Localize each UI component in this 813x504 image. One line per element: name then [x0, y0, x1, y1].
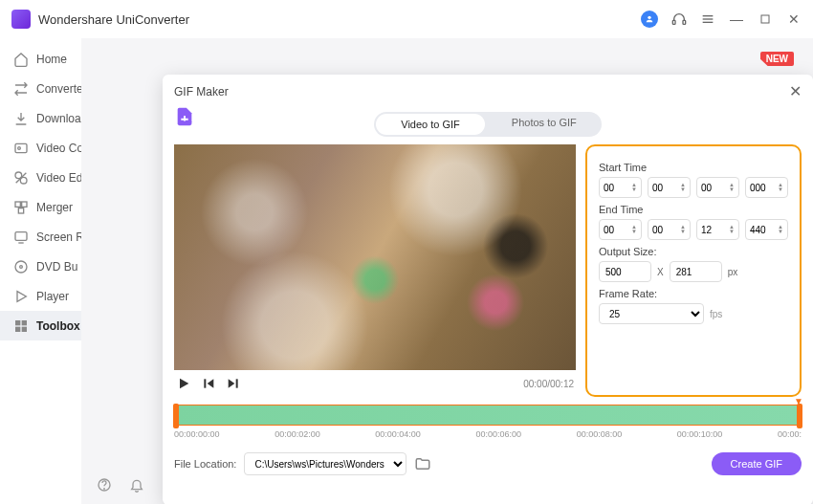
svg-rect-23: [22, 326, 27, 331]
tab-photos-to-gif[interactable]: Photos to GIF: [487, 112, 602, 137]
next-button[interactable]: [226, 376, 241, 391]
end-m[interactable]: ▲▼: [648, 219, 691, 240]
x-separator: X: [657, 267, 664, 277]
svg-marker-27: [180, 379, 188, 389]
svg-rect-13: [22, 202, 27, 207]
sidebar-item-dvd[interactable]: DVD Bu: [0, 252, 81, 281]
play-button[interactable]: [176, 376, 191, 391]
output-height[interactable]: [670, 261, 722, 282]
file-location-select[interactable]: C:\Users\ws\Pictures\Wonders: [244, 452, 406, 475]
create-gif-button[interactable]: Create GIF: [712, 452, 802, 475]
sidebar-label: Video Co: [36, 142, 81, 155]
svg-marker-29: [208, 379, 214, 387]
timeline-marker[interactable]: ▼: [794, 396, 803, 406]
timeline-ticks: 00:00:00:00 00:00:02:00 00:00:04:00 00:0…: [174, 426, 802, 439]
app-logo: [11, 10, 31, 29]
maximize-icon[interactable]: [758, 11, 773, 27]
minimize-icon[interactable]: ―: [729, 11, 744, 27]
svg-marker-30: [229, 379, 235, 387]
svg-rect-31: [236, 379, 238, 387]
svg-rect-6: [761, 15, 769, 23]
svg-point-0: [648, 16, 650, 19]
bell-icon[interactable]: [129, 477, 144, 493]
sidebar-item-home[interactable]: Home: [0, 44, 81, 74]
sidebar: Home Converte Downloa Video Co Video Ed …: [0, 38, 81, 504]
sidebar-item-toolbox[interactable]: Toolbox: [0, 311, 81, 340]
svg-rect-12: [15, 202, 20, 207]
end-h[interactable]: ▲▼: [599, 219, 642, 240]
close-icon[interactable]: ✕: [786, 11, 802, 27]
start-time-label: Start Time: [599, 162, 788, 173]
menu-icon[interactable]: [700, 11, 715, 27]
svg-point-18: [20, 265, 23, 268]
start-ms[interactable]: ▲▼: [745, 177, 788, 198]
tick: 00:00:: [778, 429, 802, 439]
frame-rate-label: Frame Rate:: [599, 288, 788, 299]
sidebar-label: Downloa: [36, 112, 81, 125]
tick: 00:00:08:00: [577, 429, 623, 439]
svg-marker-19: [17, 291, 26, 301]
svg-rect-15: [15, 231, 27, 240]
sidebar-item-compressor[interactable]: Video Co: [0, 133, 81, 163]
tick: 00:00:10:00: [677, 429, 723, 439]
start-h[interactable]: ▲▼: [599, 177, 642, 198]
sidebar-item-screen[interactable]: Screen R: [0, 222, 81, 252]
video-preview[interactable]: [174, 144, 576, 370]
svg-point-17: [15, 261, 27, 273]
start-s[interactable]: ▲▼: [696, 177, 739, 198]
svg-rect-2: [683, 20, 686, 24]
timeline[interactable]: ▼: [174, 405, 802, 426]
sidebar-item-converter[interactable]: Converte: [0, 74, 81, 103]
svg-rect-1: [672, 20, 675, 24]
modal-title: GIF Maker: [174, 85, 229, 99]
fps-label: fps: [710, 309, 722, 319]
add-file-icon[interactable]: +: [174, 106, 195, 127]
px-label: px: [728, 267, 738, 277]
start-m[interactable]: ▲▼: [648, 177, 691, 198]
sidebar-label: Screen R: [36, 230, 81, 244]
svg-rect-14: [18, 208, 23, 212]
sidebar-label: Player: [36, 290, 69, 303]
timeline-start-handle[interactable]: [173, 404, 179, 428]
tick: 00:00:04:00: [375, 429, 421, 439]
sidebar-label: Merger: [36, 201, 73, 214]
svg-rect-20: [15, 320, 20, 325]
user-avatar[interactable]: [641, 11, 658, 28]
folder-icon[interactable]: [414, 455, 431, 472]
file-location-label: File Location:: [174, 458, 236, 470]
output-size-label: Output Size:: [599, 246, 788, 257]
tab-switcher: Video to GIF Photos to GIF: [374, 112, 601, 137]
end-s[interactable]: ▲▼: [696, 219, 739, 240]
svg-rect-22: [15, 326, 20, 331]
svg-text:+: +: [187, 118, 192, 127]
sidebar-item-merger[interactable]: Merger: [0, 192, 81, 222]
tick: 00:00:02:00: [275, 429, 320, 439]
headset-icon[interactable]: [671, 11, 687, 27]
tick: 00:00:00:00: [174, 429, 220, 439]
sidebar-label: DVD Bu: [36, 260, 77, 274]
sidebar-item-player[interactable]: Player: [0, 281, 81, 311]
sidebar-label: Video Ed: [36, 171, 81, 185]
sidebar-label: Converte: [36, 82, 81, 96]
frame-rate-select[interactable]: 25: [599, 303, 704, 324]
svg-rect-28: [204, 379, 206, 387]
output-width[interactable]: [599, 261, 651, 282]
time-display: 00:00/00:12: [523, 379, 574, 389]
timeline-end-handle[interactable]: [797, 404, 802, 428]
svg-rect-21: [22, 320, 27, 325]
help-icon[interactable]: [97, 477, 112, 493]
sidebar-item-editor[interactable]: Video Ed: [0, 163, 81, 192]
sidebar-item-downloader[interactable]: Downloa: [0, 103, 81, 133]
tick: 00:00:06:00: [475, 429, 521, 439]
sidebar-label: Home: [36, 53, 67, 66]
close-icon[interactable]: ✕: [789, 82, 802, 100]
svg-point-25: [104, 489, 105, 490]
settings-panel: Start Time ▲▼ ▲▼ ▲▼ ▲▼ End Time ▲▼ ▲▼ ▲▼…: [585, 144, 802, 397]
sidebar-label: Toolbox: [36, 319, 80, 333]
app-title: Wondershare UniConverter: [38, 12, 641, 27]
prev-button[interactable]: [201, 376, 216, 391]
gif-maker-modal: GIF Maker ✕ + Video to GIF Photos to GIF: [163, 75, 813, 504]
end-ms[interactable]: ▲▼: [745, 219, 788, 240]
tab-video-to-gif[interactable]: Video to GIF: [376, 114, 485, 135]
end-time-label: End Time: [599, 204, 788, 215]
